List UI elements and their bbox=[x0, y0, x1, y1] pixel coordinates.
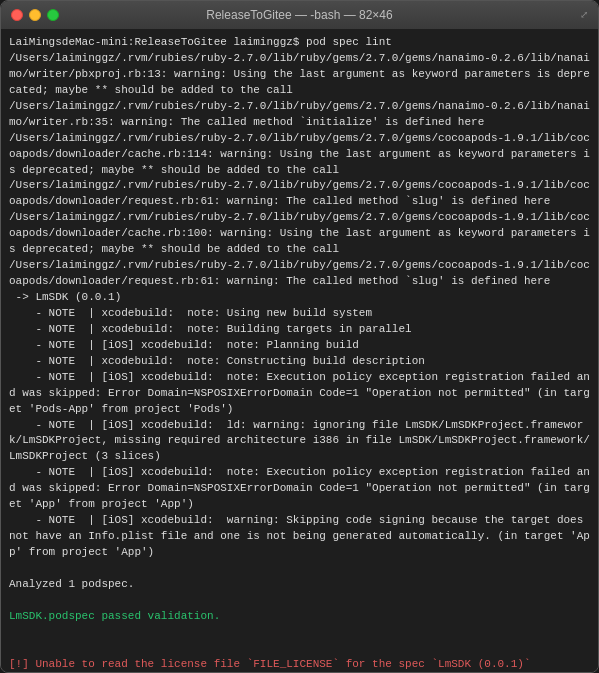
terminal-line: LmSDK.podspec passed validation. bbox=[9, 609, 590, 625]
terminal-line: /Users/laiminggz/.rvm/rubies/ruby-2.7.0/… bbox=[9, 99, 590, 131]
resize-icon: ⤢ bbox=[580, 9, 588, 21]
terminal-line: - NOTE | [iOS] xcodebuild: note: Executi… bbox=[9, 465, 590, 513]
traffic-lights bbox=[11, 9, 59, 21]
terminal-body[interactable]: LaiMingsdeMac-mini:ReleaseToGitee laimin… bbox=[1, 29, 598, 672]
terminal-line: - NOTE | xcodebuild: note: Building targ… bbox=[9, 322, 590, 338]
terminal-line: - NOTE | xcodebuild: note: Using new bui… bbox=[9, 306, 590, 322]
terminal-line: - NOTE | [iOS] xcodebuild: warning: Skip… bbox=[9, 513, 590, 561]
maximize-button[interactable] bbox=[47, 9, 59, 21]
title-bar: ReleaseToGitee — -bash — 82×46 ⤢ bbox=[1, 1, 598, 29]
terminal-line: /Users/laiminggz/.rvm/rubies/ruby-2.7.0/… bbox=[9, 210, 590, 258]
terminal-line: Analyzed 1 podspec. bbox=[9, 577, 590, 593]
terminal-line: /Users/laiminggz/.rvm/rubies/ruby-2.7.0/… bbox=[9, 258, 590, 290]
terminal-line: - NOTE | [iOS] xcodebuild: ld: warning: … bbox=[9, 418, 590, 466]
terminal-line: - NOTE | [iOS] xcodebuild: note: Plannin… bbox=[9, 338, 590, 354]
terminal-line: /Users/laiminggz/.rvm/rubies/ruby-2.7.0/… bbox=[9, 178, 590, 210]
close-button[interactable] bbox=[11, 9, 23, 21]
terminal-line: - NOTE | xcodebuild: note: Constructing … bbox=[9, 354, 590, 370]
terminal-window: ReleaseToGitee — -bash — 82×46 ⤢ LaiMing… bbox=[0, 0, 599, 673]
terminal-line: - NOTE | [iOS] xcodebuild: note: Executi… bbox=[9, 370, 590, 418]
terminal-line: /Users/laiminggz/.rvm/rubies/ruby-2.7.0/… bbox=[9, 131, 590, 179]
terminal-line: LaiMingsdeMac-mini:ReleaseToGitee laimin… bbox=[9, 35, 590, 51]
window-title: ReleaseToGitee — -bash — 82×46 bbox=[206, 8, 392, 22]
minimize-button[interactable] bbox=[29, 9, 41, 21]
terminal-line: -> LmSDK (0.0.1) bbox=[9, 290, 590, 306]
terminal-line: [!] Unable to read the license file `FIL… bbox=[9, 657, 590, 672]
terminal-line: /Users/laiminggz/.rvm/rubies/ruby-2.7.0/… bbox=[9, 51, 590, 99]
